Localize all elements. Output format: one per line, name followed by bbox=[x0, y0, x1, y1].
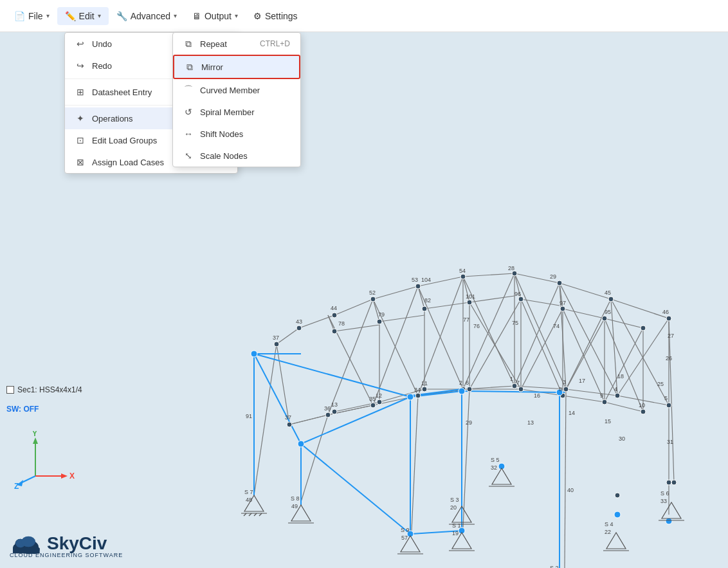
svg-text:26: 26 bbox=[666, 355, 672, 362]
svg-point-104 bbox=[370, 297, 376, 302]
svg-point-128 bbox=[602, 399, 607, 405]
svg-marker-244 bbox=[61, 473, 68, 479]
svg-point-98 bbox=[460, 274, 466, 279]
spiral-member-item[interactable]: ↺ Spiral Member bbox=[173, 101, 300, 123]
svg-text:S 6: S 6 bbox=[660, 490, 669, 497]
svg-point-116 bbox=[415, 393, 421, 398]
svg-text:37: 37 bbox=[285, 414, 291, 421]
operations-icon: ✦ bbox=[75, 113, 86, 124]
svg-point-100 bbox=[557, 280, 562, 286]
svg-point-129 bbox=[641, 409, 646, 414]
svg-text:33: 33 bbox=[660, 498, 667, 504]
svg-point-125 bbox=[467, 387, 472, 392]
svg-point-133 bbox=[666, 480, 671, 485]
undo-icon: ↩ bbox=[75, 39, 86, 49]
svg-text:54: 54 bbox=[459, 268, 466, 274]
svg-point-146 bbox=[614, 511, 621, 518]
svg-text:19: 19 bbox=[452, 530, 459, 536]
svg-text:28: 28 bbox=[508, 265, 514, 271]
spiral-icon: ↺ bbox=[183, 107, 194, 117]
logo-tagline: CLOUD ENGINEERING SOFTWARE bbox=[10, 552, 123, 558]
svg-text:2: 2 bbox=[459, 380, 462, 386]
mirror-icon: ⧉ bbox=[185, 62, 195, 72]
svg-text:46: 46 bbox=[662, 309, 669, 315]
file-icon: 📄 bbox=[14, 11, 25, 21]
svg-text:14: 14 bbox=[569, 410, 575, 416]
svg-text:76: 76 bbox=[473, 323, 480, 329]
advanced-chevron-icon: ▾ bbox=[174, 12, 177, 19]
svg-text:35: 35 bbox=[369, 396, 376, 402]
svg-text:91: 91 bbox=[246, 413, 252, 419]
svg-text:20: 20 bbox=[450, 504, 457, 511]
svg-marker-241 bbox=[33, 437, 38, 444]
svg-point-132 bbox=[332, 409, 337, 414]
svg-point-130 bbox=[422, 387, 427, 392]
svg-point-137 bbox=[298, 441, 304, 447]
svg-point-134 bbox=[615, 493, 620, 498]
svg-text:74: 74 bbox=[553, 323, 560, 329]
skyciv-logo: SkyCiv CLOUD ENGINEERING SOFTWARE bbox=[10, 532, 123, 558]
shift-icon: ↔ bbox=[183, 129, 194, 139]
svg-text:S 4: S 4 bbox=[605, 521, 614, 527]
svg-text:77: 77 bbox=[463, 316, 469, 323]
svg-text:S 8: S 8 bbox=[291, 495, 300, 502]
svg-text:79: 79 bbox=[378, 311, 385, 318]
svg-text:3: 3 bbox=[563, 379, 566, 385]
load-groups-icon: ⊡ bbox=[75, 135, 86, 145]
svg-text:78: 78 bbox=[338, 320, 345, 327]
svg-text:43: 43 bbox=[296, 318, 302, 325]
svg-text:82: 82 bbox=[424, 297, 431, 304]
svg-text:52: 52 bbox=[369, 289, 376, 296]
svg-text:36: 36 bbox=[324, 405, 331, 412]
mirror-item[interactable]: ⧉ Mirror bbox=[173, 55, 300, 79]
svg-text:12: 12 bbox=[376, 392, 382, 399]
svg-text:101: 101 bbox=[466, 293, 475, 300]
svg-point-114 bbox=[377, 319, 382, 324]
svg-text:Z: Z bbox=[14, 482, 19, 489]
repeat-item[interactable]: ⧉ Repeat CTRL+D bbox=[173, 33, 300, 55]
svg-point-122 bbox=[370, 403, 376, 408]
svg-text:10: 10 bbox=[639, 402, 645, 408]
datasheet-icon: ⊞ bbox=[75, 87, 86, 97]
svg-text:5: 5 bbox=[664, 395, 668, 401]
svg-text:30: 30 bbox=[619, 435, 625, 442]
menu-file[interactable]: 📄 File ▾ bbox=[6, 7, 57, 25]
svg-point-112 bbox=[641, 325, 646, 331]
svg-text:97: 97 bbox=[560, 300, 566, 306]
svg-text:32: 32 bbox=[491, 464, 497, 471]
svg-text:44: 44 bbox=[331, 305, 337, 311]
sec-checkbox[interactable] bbox=[6, 386, 14, 394]
shift-nodes-item[interactable]: ↔ Shift Nodes bbox=[173, 123, 300, 145]
svg-text:95: 95 bbox=[605, 309, 611, 315]
svg-point-103 bbox=[415, 284, 421, 289]
menu-output[interactable]: 🖥 Output ▾ bbox=[185, 7, 246, 25]
svg-text:13: 13 bbox=[527, 419, 534, 426]
menu-advanced[interactable]: 🔧 Advanced ▾ bbox=[109, 7, 185, 25]
svg-point-108 bbox=[467, 300, 472, 305]
axis-indicator: Y X Z bbox=[13, 431, 77, 491]
scale-nodes-item[interactable]: ⤡ Scale Nodes bbox=[173, 145, 300, 167]
svg-point-123 bbox=[325, 412, 331, 417]
svg-text:31: 31 bbox=[667, 439, 673, 445]
svg-point-99 bbox=[512, 271, 517, 276]
output-chevron-icon: ▾ bbox=[235, 12, 238, 19]
svg-text:29: 29 bbox=[550, 273, 556, 280]
svg-text:40: 40 bbox=[567, 487, 574, 493]
edit-chevron-icon: ▾ bbox=[98, 12, 101, 19]
svg-text:X: X bbox=[69, 472, 75, 481]
load-cases-icon: ⊠ bbox=[75, 157, 86, 167]
svg-text:S 2: S 2 bbox=[550, 565, 559, 568]
scale-icon: ⤡ bbox=[183, 151, 194, 161]
svg-point-119 bbox=[563, 387, 569, 392]
svg-text:18: 18 bbox=[617, 373, 624, 380]
svg-point-110 bbox=[560, 306, 565, 311]
menu-edit[interactable]: ✏️ Edit ▾ bbox=[57, 7, 109, 25]
section-label: Sec1: HSS4x4x1/4 bbox=[6, 385, 82, 394]
curved-member-item[interactable]: ⌒ Curved Member bbox=[173, 79, 300, 101]
svg-point-124 bbox=[287, 422, 292, 427]
advanced-icon: 🔧 bbox=[116, 11, 127, 21]
svg-point-120 bbox=[615, 393, 620, 398]
svg-point-105 bbox=[332, 313, 337, 318]
menu-settings[interactable]: ⚙ Settings bbox=[246, 7, 305, 25]
menubar: 📄 File ▾ ✏️ Edit ▾ 🔧 Advanced ▾ 🖥 Output… bbox=[0, 0, 728, 32]
